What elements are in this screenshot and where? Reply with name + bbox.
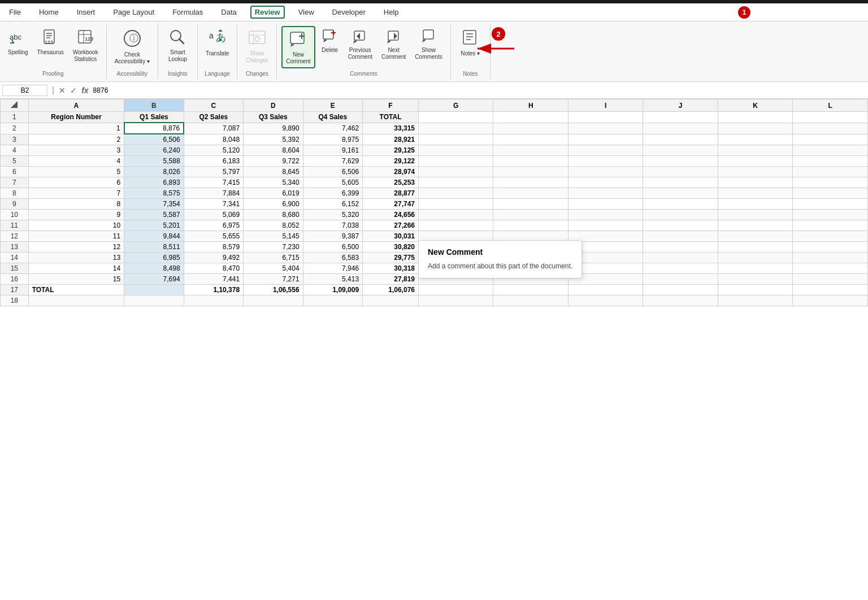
- cell-empty-5-0[interactable]: [418, 156, 493, 167]
- cell-empty-17-4[interactable]: [718, 285, 792, 295]
- cell-empty-6-4[interactable]: [718, 167, 792, 177]
- cell-d6[interactable]: 8,645: [244, 167, 303, 177]
- cell-e1[interactable]: Q4 Sales: [303, 112, 362, 123]
- cell-empty-7-1[interactable]: [493, 177, 568, 188]
- translate-button[interactable]: a あ Translate: [202, 26, 232, 59]
- cell-e4[interactable]: 9,161: [303, 145, 362, 156]
- cell-e14[interactable]: 6,583: [303, 253, 362, 263]
- cell-a14[interactable]: 13: [28, 253, 124, 263]
- cell-b11[interactable]: 5,201: [124, 220, 184, 231]
- col-header-e[interactable]: E: [303, 99, 362, 112]
- cell-empty-14-4[interactable]: [718, 253, 792, 263]
- cell-d11[interactable]: 8,052: [244, 220, 303, 231]
- cell-17-5[interactable]: 1,06,076: [363, 285, 419, 295]
- cell-f8[interactable]: 28,877: [363, 188, 419, 199]
- cell-empty-9-0[interactable]: [418, 199, 493, 210]
- new-comment-button[interactable]: New Comment: [281, 26, 315, 68]
- cell-d12[interactable]: 5,145: [244, 231, 303, 242]
- cell-empty-17-1[interactable]: [493, 285, 568, 295]
- cell-17-4[interactable]: 1,09,009: [303, 285, 362, 295]
- cell-a10[interactable]: 9: [28, 210, 124, 220]
- col-header-g[interactable]: G: [418, 99, 493, 112]
- cell-empty-4-1[interactable]: [493, 145, 568, 156]
- cell-c9[interactable]: 7,341: [184, 199, 243, 210]
- cell-f11[interactable]: 27,266: [363, 220, 419, 231]
- cell-e8[interactable]: 6,399: [303, 188, 362, 199]
- cell-empty-18-9[interactable]: [643, 295, 718, 306]
- cell-empty-6-3[interactable]: [643, 167, 718, 177]
- cell-empty-11-5[interactable]: [793, 220, 868, 231]
- cell-empty-17-5[interactable]: [793, 285, 868, 295]
- menu-developer[interactable]: Developer: [328, 6, 370, 19]
- cell-d4[interactable]: 8,604: [244, 145, 303, 156]
- cell-a17[interactable]: TOTAL: [28, 285, 124, 295]
- cell-empty-2-1[interactable]: [493, 123, 568, 134]
- cell-empty-16-5[interactable]: [793, 274, 868, 285]
- thesaurus-button[interactable]: 123 Thesaurus: [34, 26, 67, 58]
- cell-f15[interactable]: 30,318: [363, 263, 419, 274]
- cell-reference[interactable]: [2, 85, 47, 96]
- cell-a11[interactable]: 10: [28, 220, 124, 231]
- col-header-k[interactable]: K: [718, 99, 792, 112]
- cell-empty-16-4[interactable]: [718, 274, 792, 285]
- delete-comment-button[interactable]: Delete: [318, 26, 342, 56]
- cell-c3[interactable]: 8,048: [184, 134, 243, 145]
- cell-empty-6-0[interactable]: [418, 167, 493, 177]
- cell-d15[interactable]: 5,404: [244, 263, 303, 274]
- cell-f14[interactable]: 29,775: [363, 253, 419, 263]
- cell-empty-16-3[interactable]: [643, 274, 718, 285]
- cell-empty-7-2[interactable]: [568, 177, 643, 188]
- cell-a1[interactable]: Region Number: [28, 112, 124, 123]
- cell-empty-10-4[interactable]: [718, 210, 792, 220]
- cell-empty-11-4[interactable]: [718, 220, 792, 231]
- next-comment-button[interactable]: Next Comment: [378, 26, 409, 63]
- menu-file[interactable]: File: [5, 6, 25, 19]
- cell-empty-9-3[interactable]: [643, 199, 718, 210]
- cell-b2[interactable]: 8,876: [124, 123, 184, 134]
- cell-f13[interactable]: 30,820: [363, 242, 419, 253]
- cell-c16[interactable]: 7,441: [184, 274, 243, 285]
- cell-empty-15-4[interactable]: [718, 263, 792, 274]
- col-header-b[interactable]: B: [124, 99, 184, 112]
- col-header-c[interactable]: C: [184, 99, 243, 112]
- cell-a7[interactable]: 6: [28, 177, 124, 188]
- cell-empty-3-2[interactable]: [568, 134, 643, 145]
- cell-empty-12-4[interactable]: [718, 231, 792, 242]
- cell-empty-7-0[interactable]: [418, 177, 493, 188]
- cell-a2[interactable]: 1: [28, 123, 124, 134]
- cell-empty-10-2[interactable]: [568, 210, 643, 220]
- col-header-a[interactable]: A: [28, 99, 124, 112]
- cell-c11[interactable]: 6,975: [184, 220, 243, 231]
- smart-lookup-button[interactable]: Smart Lookup: [165, 26, 190, 65]
- cell-empty-4-2[interactable]: [568, 145, 643, 156]
- cell-a16[interactable]: 15: [28, 274, 124, 285]
- cell-empty-2-0[interactable]: [418, 123, 493, 134]
- cell-c6[interactable]: 5,797: [184, 167, 243, 177]
- cell-e16[interactable]: 5,413: [303, 274, 362, 285]
- col-header-f[interactable]: F: [363, 99, 419, 112]
- cell-b9[interactable]: 7,354: [124, 199, 184, 210]
- cell-d8[interactable]: 6,019: [244, 188, 303, 199]
- workbook-stats-button[interactable]: 123 Workbook Statistics: [70, 26, 102, 65]
- cell-empty-4-4[interactable]: [718, 145, 792, 156]
- cell-l1[interactable]: [793, 112, 868, 123]
- cell-empty-5-1[interactable]: [493, 156, 568, 167]
- show-changes-button[interactable]: Show Changes: [242, 26, 272, 66]
- spelling-button[interactable]: abc Spelling: [5, 26, 32, 58]
- cell-empty-2-3[interactable]: [643, 123, 718, 134]
- cell-e3[interactable]: 8,975: [303, 134, 362, 145]
- cell-empty-18-5[interactable]: [363, 295, 419, 306]
- cell-b12[interactable]: 9,844: [124, 231, 184, 242]
- cell-d5[interactable]: 9,722: [244, 156, 303, 167]
- cell-b10[interactable]: 5,587: [124, 210, 184, 220]
- menu-view[interactable]: View: [294, 6, 319, 19]
- cell-empty-11-3[interactable]: [643, 220, 718, 231]
- cell-empty-10-0[interactable]: [418, 210, 493, 220]
- cell-empty-3-0[interactable]: [418, 134, 493, 145]
- cell-f5[interactable]: 29,122: [363, 156, 419, 167]
- menu-formulas[interactable]: Formulas: [168, 6, 207, 19]
- cell-j1[interactable]: [643, 112, 718, 123]
- cell-empty-18-7[interactable]: [493, 295, 568, 306]
- cell-empty-7-5[interactable]: [793, 177, 868, 188]
- formula-input[interactable]: [91, 85, 866, 95]
